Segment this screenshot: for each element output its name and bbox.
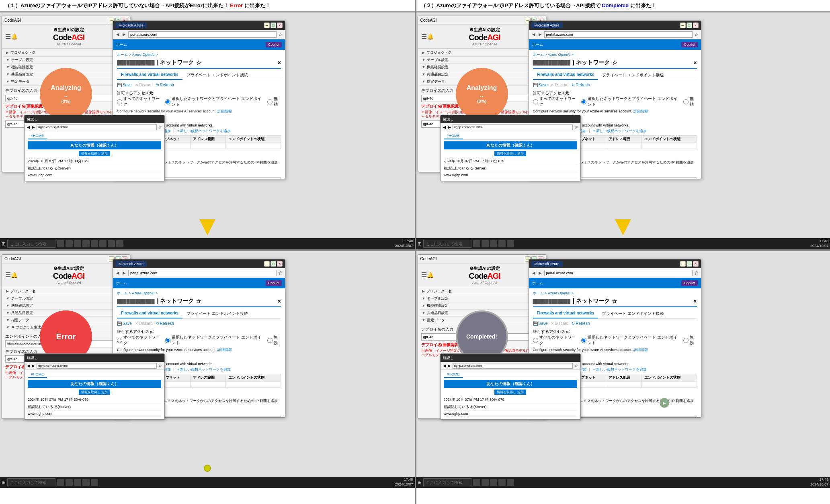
chat-url-bl[interactable]	[37, 363, 157, 369]
discard-btn-tr[interactable]: ✕ Discard	[551, 83, 568, 87]
chat-home-bl[interactable]: #HOME	[28, 371, 47, 378]
az-min-br[interactable]: ─	[680, 261, 686, 267]
chat-back-br[interactable]: ◀	[443, 363, 446, 368]
refresh-btn-tr[interactable]: ↻ Refresh	[572, 83, 590, 87]
tab-firewalls-br[interactable]: Firewalls and virtual networks	[533, 310, 598, 318]
vnet-add-new-tr[interactable]: + 新しい仮想ネットワークを追加	[593, 129, 647, 133]
forward-btn-tr[interactable]: ▶	[538, 32, 543, 37]
taskbar-icon-1-tr[interactable]	[473, 240, 480, 247]
start-icon-tl[interactable]: ⊞	[2, 241, 6, 247]
radio-disabled-br[interactable]: 無効	[683, 335, 697, 346]
play-btn-br[interactable]: ▶	[660, 398, 669, 408]
taskbar-search-tr[interactable]	[423, 240, 471, 248]
taskbar-app-2[interactable]	[66, 240, 73, 247]
taskbar-app-4[interactable]	[82, 240, 90, 247]
taskbar-search-br[interactable]	[423, 478, 471, 486]
chat-back-bl[interactable]: ◀	[27, 363, 30, 368]
detail-link-br[interactable]: 詳細情報	[633, 348, 648, 352]
start-icon-tr[interactable]: ⊞	[418, 241, 422, 247]
radio-disabled-tl[interactable]: 無効	[267, 96, 281, 107]
tb-icon-4-bl[interactable]	[82, 479, 90, 486]
chat-star-tl[interactable]: ☆	[158, 125, 162, 129]
azure-browser-tab-tl[interactable]: Microsoft Azure	[115, 22, 147, 28]
chat-forward-bl[interactable]: ▶	[32, 363, 35, 368]
tb-icon-2-br[interactable]	[482, 479, 489, 486]
tab-private-bl[interactable]: プライベート エンドポイント接続	[182, 310, 252, 318]
taskbar-icon-4-tr[interactable]	[498, 240, 506, 247]
tb-icon-1-br[interactable]	[473, 479, 480, 486]
az-min-bl[interactable]: ─	[264, 261, 270, 267]
azure-home-tr[interactable]: ホーム	[532, 42, 543, 47]
star-icon-bl[interactable]: ☆	[278, 270, 283, 276]
chat-star-br[interactable]: ☆	[574, 363, 578, 368]
taskbar-icon-2-tr[interactable]	[482, 240, 489, 247]
chat-url-input-tr[interactable]	[453, 124, 573, 130]
get-info-btn-tl[interactable]: 情報を取得し 追加	[79, 151, 110, 156]
detail-link-bl[interactable]: 詳細情報	[217, 348, 232, 352]
detail-link-tl[interactable]: 詳細情報	[217, 109, 232, 113]
get-info-btn-br[interactable]: 情報を取得し 追加	[494, 390, 526, 395]
discard-btn-bl[interactable]: ✕ Discard	[135, 321, 153, 326]
refresh-btn-bl[interactable]: ↻ Refresh	[156, 321, 174, 326]
save-btn-tr[interactable]: 💾 Save	[533, 83, 548, 87]
azure-tab-bl[interactable]: Microsoft Azure	[115, 261, 147, 267]
az-close-br[interactable]: ×	[693, 261, 699, 267]
tab-private-tr[interactable]: プライベート エンドポイント接続	[598, 71, 668, 80]
chat-tab-tl[interactable]: 確認し	[27, 117, 38, 122]
url-bar-tr[interactable]	[544, 31, 693, 38]
discard-btn-tl[interactable]: ✕ Discard	[135, 83, 153, 87]
radio-disabled-bl[interactable]: 無効	[267, 335, 281, 346]
chat-forward-tl[interactable]: ▶	[32, 125, 35, 129]
radio-selected-bl[interactable]: 選択したネットワークとプライベート エンドポイント	[165, 335, 262, 346]
chat-home-tr[interactable]: #HOME	[444, 133, 463, 139]
taskbar-app-1[interactable]	[57, 240, 64, 247]
azure-maximize-tl[interactable]: □	[271, 22, 276, 28]
back-btn-br[interactable]: ◀	[531, 271, 536, 275]
get-info-btn-bl[interactable]: 情報を取得し 追加	[79, 390, 110, 395]
chat-star-tr[interactable]: ☆	[574, 125, 578, 129]
tab-firewalls-tl[interactable]: Firewalls and virtual networks	[117, 71, 182, 80]
tb-icon-4-br[interactable]	[498, 479, 506, 486]
azure-tab-br[interactable]: Microsoft Azure	[531, 261, 563, 267]
forward-btn-br[interactable]: ▶	[538, 271, 543, 275]
taskbar-app-5[interactable]	[91, 240, 98, 247]
tb-icon-2-bl[interactable]	[66, 479, 73, 486]
star-icon-tr[interactable]: ☆	[694, 32, 699, 37]
azure-close-tl[interactable]: ×	[277, 22, 283, 28]
radio-all-br[interactable]: すべてのネットワーク	[533, 335, 576, 346]
star-icon-tl[interactable]: ☆	[278, 32, 283, 37]
chat-tab-bl[interactable]: 確認し	[27, 355, 38, 361]
azure-home-br[interactable]: ホーム	[532, 281, 543, 286]
forward-btn-bl[interactable]: ▶	[122, 271, 127, 275]
az-close-bl[interactable]: ×	[277, 261, 283, 267]
copilot-btn-tr[interactable]: Copilot	[681, 42, 697, 47]
taskbar-search-bl[interactable]	[7, 478, 55, 486]
chat-forward-br[interactable]: ▶	[448, 363, 451, 368]
chat-back-tr[interactable]: ◀	[443, 125, 446, 129]
az-max-bl[interactable]: □	[271, 261, 276, 267]
copilot-btn-tl[interactable]: Copilot	[266, 42, 282, 47]
radio-selected-tr[interactable]: 選択したネットワークとプライベート エンドポイント	[581, 96, 678, 107]
discard-btn-br[interactable]: ✕ Discard	[551, 321, 568, 326]
azure-tab-tr[interactable]: Microsoft Azure	[531, 22, 563, 28]
back-btn-tl[interactable]: ◀	[115, 32, 120, 37]
copilot-btn-br[interactable]: Copilot	[681, 280, 697, 286]
save-btn-bl[interactable]: 💾 Save	[117, 321, 132, 326]
radio-disabled-tr[interactable]: 無効	[683, 96, 697, 107]
get-info-btn-tr[interactable]: 情報を取得し 追加	[494, 151, 526, 156]
url-bar-br[interactable]	[544, 270, 693, 276]
radio-selected-br[interactable]: 選択したネットワークとプライベート エンドポイント	[581, 335, 678, 346]
taskbar-app-6[interactable]	[99, 240, 107, 247]
tb-icon-3-bl[interactable]	[74, 479, 81, 486]
start-icon-bl[interactable]: ⊞	[2, 480, 6, 485]
az-max-tr[interactable]: □	[687, 22, 692, 28]
azure-home-tl[interactable]: ホーム	[116, 42, 127, 47]
refresh-btn-tl[interactable]: ↻ Refresh	[156, 83, 174, 87]
azure-home-bl[interactable]: ホーム	[116, 281, 127, 286]
vnet-add-new-br[interactable]: + 新しい仮想ネットワークを追加	[593, 367, 647, 371]
detail-link-tr[interactable]: 詳細情報	[633, 109, 648, 113]
tab-private-tl[interactable]: プライベート エンドポイント接続	[182, 71, 252, 80]
az-close-tr[interactable]: ×	[693, 22, 699, 28]
back-btn-tr[interactable]: ◀	[531, 32, 536, 37]
start-icon-br[interactable]: ⊞	[418, 480, 422, 485]
